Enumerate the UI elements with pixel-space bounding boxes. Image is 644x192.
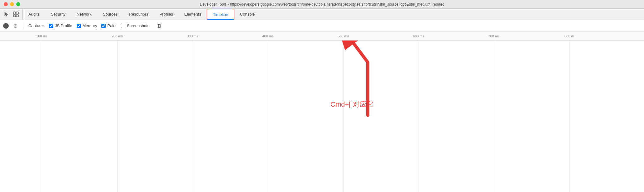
record-button[interactable]	[3, 23, 9, 29]
ruler-mark: 400 ms	[262, 34, 273, 38]
checkbox-label-paint: Paint	[107, 23, 117, 28]
title-bar: Developer Tools - https://developers.goo…	[0, 0, 644, 9]
svg-rect-0	[13, 12, 16, 14]
ruler-mark: 600 ms	[413, 34, 424, 38]
checkbox-input-js-profile[interactable]	[49, 24, 53, 28]
devtools-panel: AuditsSecurityNetworkSourcesResourcesPro…	[0, 9, 644, 192]
checkbox-label-screenshots: Screenshots	[127, 23, 149, 28]
grid-line	[419, 41, 419, 192]
checkbox-label-memory: Memory	[83, 23, 97, 28]
toolbar-row: ⊘ Capture: JS ProfileMemoryPaintScreensh…	[0, 20, 644, 32]
arrow-annotation	[299, 41, 393, 122]
checkbox-memory[interactable]: Memory	[77, 23, 97, 28]
timeline-area: Cmd+[ 对应它	[0, 41, 644, 192]
ruler-mark: 200 ms	[112, 34, 123, 38]
ruler-mark: 300 ms	[187, 34, 198, 38]
svg-rect-3	[16, 15, 18, 17]
grid-line	[494, 41, 494, 192]
tab-console[interactable]: Console	[234, 9, 261, 20]
ruler-mark: 800 m	[565, 34, 574, 38]
capture-label: Capture:	[28, 23, 44, 28]
grid-line	[42, 41, 42, 192]
window-controls	[4, 2, 20, 6]
checkbox-input-paint[interactable]	[101, 24, 106, 28]
ruler-mark: 100 ms	[36, 34, 47, 38]
cursor-icon[interactable]	[3, 11, 10, 18]
toolbar-icons	[0, 9, 23, 20]
checkbox-group: JS ProfileMemoryPaintScreenshots	[49, 23, 150, 28]
grid-line	[117, 41, 118, 192]
checkbox-paint[interactable]: Paint	[101, 23, 117, 28]
tab-timeline[interactable]: Timeline	[207, 9, 234, 20]
minimize-button[interactable]	[10, 2, 14, 6]
tab-elements[interactable]: Elements	[179, 9, 207, 20]
window-title: Developer Tools - https://developers.goo…	[200, 2, 444, 7]
toolbar-separator	[23, 22, 23, 29]
timeline-ruler: 100 ms200 ms300 ms400 ms500 ms600 ms700 …	[0, 32, 644, 41]
svg-rect-1	[16, 12, 18, 14]
stop-button[interactable]: ⊘	[12, 23, 18, 29]
tab-bar: AuditsSecurityNetworkSourcesResourcesPro…	[0, 9, 644, 20]
ruler-mark: 500 ms	[338, 34, 349, 38]
trash-button[interactable]: 🗑	[157, 23, 162, 29]
checkbox-input-screenshots[interactable]	[121, 24, 125, 28]
tab-network[interactable]: Network	[71, 9, 97, 20]
maximize-button[interactable]	[16, 2, 20, 6]
tab-security[interactable]: Security	[45, 9, 71, 20]
tab-resources[interactable]: Resources	[123, 9, 154, 20]
tab-sources[interactable]: Sources	[97, 9, 123, 20]
tabs-container: AuditsSecurityNetworkSourcesResourcesPro…	[23, 9, 644, 20]
close-button[interactable]	[4, 2, 8, 6]
checkbox-screenshots[interactable]: Screenshots	[121, 23, 149, 28]
tab-audits[interactable]: Audits	[23, 9, 45, 20]
ruler-mark: 700 ms	[488, 34, 500, 38]
checkbox-label-js-profile: JS Profile	[55, 23, 72, 28]
checkbox-js-profile[interactable]: JS Profile	[49, 23, 72, 28]
svg-rect-2	[13, 15, 16, 17]
checkbox-input-memory[interactable]	[77, 24, 81, 28]
grid-line	[193, 41, 193, 192]
grid-line	[569, 41, 570, 192]
inspector-icon[interactable]	[12, 11, 19, 18]
tab-profiles[interactable]: Profiles	[154, 9, 179, 20]
grid-line	[268, 41, 268, 192]
